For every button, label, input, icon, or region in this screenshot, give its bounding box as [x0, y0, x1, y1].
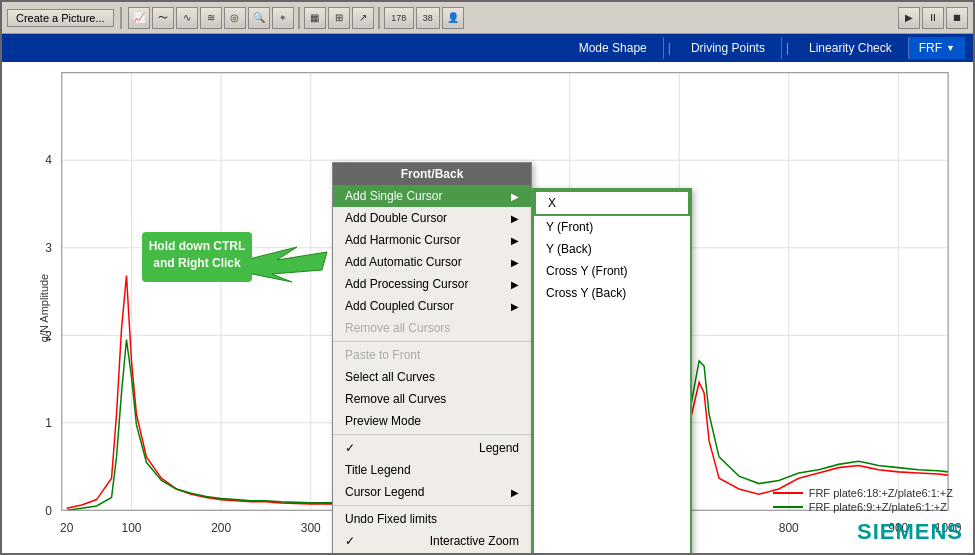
tab-linearity-check[interactable]: Linearity Check [793, 37, 909, 59]
menu-item-paste-to-front: Paste to Front [333, 344, 531, 366]
toolbar-icon-circle[interactable]: ◎ [224, 7, 246, 29]
menu-item-add-processing-cursor[interactable]: Add Processing Cursor ▶ [333, 273, 531, 295]
toolbar-icon-178[interactable]: 178 [384, 7, 414, 29]
legend-item-green: FRF plate6:9:+Z/plate6:1:+Z [773, 501, 953, 513]
frf-dropdown-arrow[interactable]: ▼ [946, 43, 955, 53]
svg-text:200: 200 [211, 520, 231, 534]
menu-item-add-harmonic-cursor[interactable]: Add Harmonic Cursor ▶ [333, 229, 531, 251]
submenu-arrow-harmonic: ▶ [511, 235, 519, 246]
arrow-annotation: Hold down CTRL and Right Click [137, 212, 337, 335]
toolbar-separator-1 [120, 7, 122, 29]
toolbar-icons-group: 📈 〜 ∿ ≋ ◎ 🔍 ⌖ ▦ ⊞ ↗ 178 38 👤 [128, 7, 464, 29]
menu-item-title-legend[interactable]: Title Legend [333, 459, 531, 481]
submenu-arrow-coupled: ▶ [511, 301, 519, 312]
legend-item-red: FRF plate6:18:+Z/plate6:1:+Z [773, 487, 953, 499]
svg-text:Hold down CTRL: Hold down CTRL [149, 239, 246, 253]
submenu-arrow-processing: ▶ [511, 279, 519, 290]
toolbar: Create a Picture... 📈 〜 ∿ ≋ ◎ 🔍 ⌖ ▦ ⊞ ↗ … [2, 2, 973, 34]
menu-item-cursor-legend[interactable]: Cursor Legend ▶ [333, 481, 531, 503]
toolbar-icon-wave[interactable]: ≋ [200, 7, 222, 29]
menu-separator-2 [333, 434, 531, 435]
menu-item-select-all-curves[interactable]: Select all Curves [333, 366, 531, 388]
svg-text:3: 3 [45, 241, 52, 255]
menu-item-mouse-keyboard[interactable]: Mouse & Keyboard Tips... [333, 552, 531, 553]
toolbar-right-icons: ▶ ⏸ ⏹ [898, 7, 968, 29]
submenu-arrow-single: ▶ [511, 191, 519, 202]
toolbar-icon-stop[interactable]: ⏹ [946, 7, 968, 29]
toolbar-icon-grid[interactable]: ⊞ [328, 7, 350, 29]
toolbar-icon-pause[interactable]: ⏸ [922, 7, 944, 29]
menu-separator-3 [333, 505, 531, 506]
context-menu-header: Front/Back [333, 163, 531, 185]
svg-text:2: 2 [45, 328, 52, 342]
svg-text:and Right Click: and Right Click [153, 256, 241, 270]
submenu-item-cross-y-front[interactable]: Cross Y (Front) [534, 260, 690, 282]
toolbar-icon-curve[interactable]: 〜 [152, 7, 174, 29]
menu-item-add-coupled-cursor[interactable]: Add Coupled Cursor ▶ [333, 295, 531, 317]
menu-item-add-double-cursor[interactable]: Add Double Cursor ▶ [333, 207, 531, 229]
menu-item-preview-mode[interactable]: Preview Mode [333, 410, 531, 432]
menu-item-remove-all-cursors: Remove all Cursors [333, 317, 531, 339]
menu-item-interactive-zoom[interactable]: Interactive Zoom [333, 530, 531, 552]
tab-driving-points[interactable]: Driving Points [675, 37, 782, 59]
submenu-arrow-automatic: ▶ [511, 257, 519, 268]
toolbar-icon-person[interactable]: 👤 [442, 7, 464, 29]
menu-item-legend[interactable]: Legend [333, 437, 531, 459]
legend-color-red [773, 492, 803, 494]
toolbar-icon-play[interactable]: ▶ [898, 7, 920, 29]
toolbar-icon-38[interactable]: 38 [416, 7, 440, 29]
tab-mode-shape[interactable]: Mode Shape [563, 37, 664, 59]
submenu-arrow-double: ▶ [511, 213, 519, 224]
submenu-item-y-back[interactable]: Y (Back) [534, 238, 690, 260]
svg-text:100: 100 [122, 520, 142, 534]
context-menu-wrapper: Front/Back Add Single Cursor ▶ Add Doubl… [332, 162, 692, 553]
create-picture-button[interactable]: Create a Picture... [7, 9, 114, 27]
menu-item-undo-fixed-limits[interactable]: Undo Fixed limits [333, 508, 531, 530]
siemens-logo: SIEMENS [857, 519, 963, 545]
toolbar-icon-line[interactable]: 📈 [128, 7, 150, 29]
svg-text:800: 800 [779, 520, 799, 534]
menu-item-add-single-cursor[interactable]: Add Single Cursor ▶ [333, 185, 531, 207]
chart-legend: FRF plate6:18:+Z/plate6:1:+Z FRF plate6:… [773, 487, 953, 515]
toolbar-icon-arrow[interactable]: ↗ [352, 7, 374, 29]
svg-text:20: 20 [60, 520, 73, 534]
toolbar-separator-2 [298, 7, 300, 29]
tab-frf[interactable]: FRF ▼ [909, 37, 965, 59]
svg-text:300: 300 [301, 520, 321, 534]
legend-color-green [773, 506, 803, 508]
svg-text:4: 4 [45, 153, 52, 167]
menu-separator-1 [333, 341, 531, 342]
chart-area: g/N Amplitude 0 1 2 3 4 2 [2, 62, 973, 553]
toolbar-icon-zoom[interactable]: 🔍 [248, 7, 270, 29]
tab-bar: Mode Shape | Driving Points | Linearity … [2, 34, 973, 62]
submenu-item-x[interactable]: X [534, 190, 690, 216]
menu-item-add-automatic-cursor[interactable]: Add Automatic Cursor ▶ [333, 251, 531, 273]
toolbar-separator-3 [378, 7, 380, 29]
context-menu-main: Front/Back Add Single Cursor ▶ Add Doubl… [332, 162, 532, 553]
submenu-item-y-front[interactable]: Y (Front) [534, 216, 690, 238]
submenu-single-cursor: X Y (Front) Y (Back) Cross Y (Front) Cro… [532, 188, 692, 553]
toolbar-icon-bar[interactable]: ▦ [304, 7, 326, 29]
submenu-item-cross-y-back[interactable]: Cross Y (Back) [534, 282, 690, 304]
menu-item-remove-all-curves[interactable]: Remove all Curves [333, 388, 531, 410]
app-container: Create a Picture... 📈 〜 ∿ ≋ ◎ 🔍 ⌖ ▦ ⊞ ↗ … [0, 0, 975, 555]
toolbar-icon-scatter[interactable]: ∿ [176, 7, 198, 29]
toolbar-icon-cursor[interactable]: ⌖ [272, 7, 294, 29]
svg-text:0: 0 [45, 503, 52, 517]
svg-text:1: 1 [45, 416, 52, 430]
submenu-arrow-cursor-legend: ▶ [511, 487, 519, 498]
